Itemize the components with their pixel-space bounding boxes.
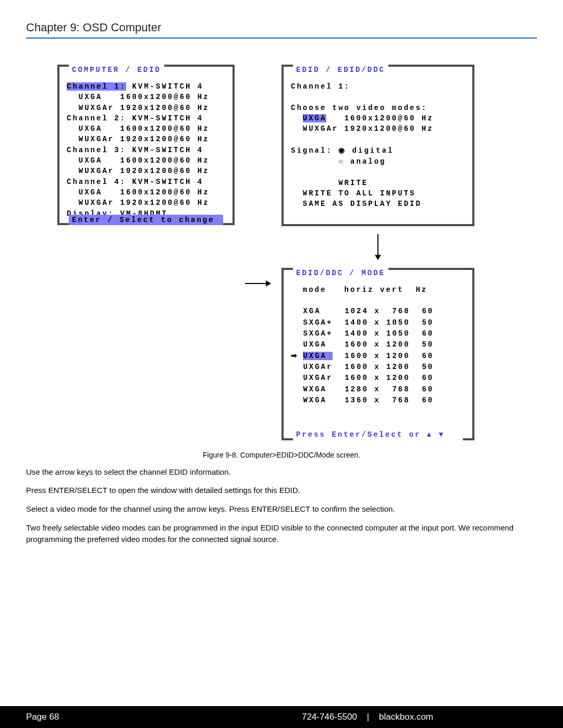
footer-phone: 724-746-5500 [302,712,357,722]
panel-title: COMPUTER / EDID [69,65,164,75]
panel-content: mode horiz vert Hz XGA 1024 x 768 60 SXG… [291,285,465,427]
osd-panel-edid-ddc: EDID / EDID/DDC Channel 1: Choose two vi… [282,65,474,226]
panel-content: Channel 1: Choose two video modes: UXGA … [291,81,465,220]
figure-caption: Figure 9-8. Computer>EDID>DDC/Mode scree… [26,451,537,459]
page-number: Page 68 [0,712,172,722]
body-paragraph: Press ENTER/SELECT to open the window wi… [26,485,537,496]
panel-title: EDID/DDC / MODE [293,268,388,278]
panel-content: Channel 1: KVM-SWITCH 4 UXGA 1600x1200@6… [67,81,225,219]
chapter-title: Chapter 9: OSD Computer [26,21,537,34]
svg-marker-3 [375,255,381,260]
body-paragraph: Two freely selectable video modes can be… [26,522,537,545]
osd-panel-mode: EDID/DDC / MODE mode horiz vert Hz XGA 1… [282,268,474,440]
title-divider [26,38,537,39]
footer-separator: | [367,712,369,722]
arrow-down-icon [373,234,383,260]
panel-footer[interactable]: Enter / Select to change [69,215,223,225]
osd-panel-computer-edid: COMPUTER / EDID Channel 1: KVM-SWITCH 4 … [57,65,235,225]
panel-title: EDID / EDID/DDC [293,65,388,75]
page-footer: Page 68 724-746-5500 | blackbox.com [0,706,563,728]
body-paragraph: Use the arrow keys to select the channel… [26,466,537,478]
footer-site: blackbox.com [379,712,433,722]
svg-marker-1 [266,280,271,287]
osd-screens-figure: COMPUTER / EDID Channel 1: KVM-SWITCH 4 … [57,65,537,440]
arrow-right-icon [245,278,271,289]
body-paragraph: Select a video mode for the channel usin… [26,503,537,515]
panel-footer[interactable]: Press Enter/Select or ▲ ▼ [293,429,463,440]
